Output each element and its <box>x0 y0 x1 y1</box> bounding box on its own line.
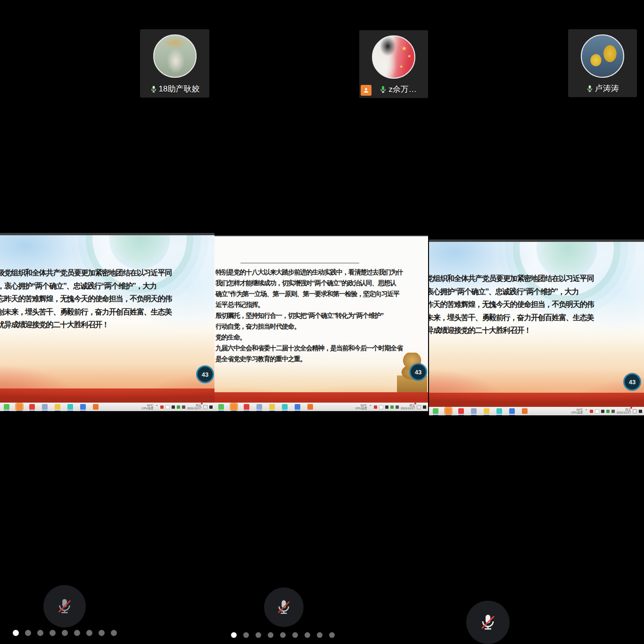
participant-name: z佘万… <box>388 84 417 95</box>
tray-clock: 周五2021/12/17 <box>187 404 201 410</box>
participant-name: 18助产耿姣 <box>159 83 200 94</box>
mute-microphone-button[interactable] <box>466 601 510 644</box>
wechat-icon <box>218 404 224 410</box>
tray-chevron-icon: ⌃ <box>369 405 372 409</box>
avatar <box>581 34 624 78</box>
avatar: ★ ★ ★ <box>372 35 415 79</box>
tray-icon <box>172 405 175 409</box>
wps-writer-icon <box>458 408 464 414</box>
windows-taskbar: 59℃CPU温度 ⌃ 周五2021/12/17 <box>0 403 215 411</box>
wps-office-icon <box>307 404 313 410</box>
tray-icon <box>385 405 388 409</box>
tray-icon <box>595 409 599 413</box>
tray-icon <box>165 405 170 409</box>
slide-red-ribbon <box>429 393 644 407</box>
app-yellow-icon <box>269 404 275 410</box>
tray-icon <box>182 405 185 409</box>
tray-clock: 周五2021/12/17 <box>401 404 415 410</box>
system-tray: 59℃CPU温度 ⌃ 周五2021/12/17 <box>355 404 428 410</box>
browser-icon <box>256 404 262 410</box>
tray-icon <box>590 410 593 413</box>
mic-volume-icon <box>150 85 157 93</box>
floating-badge: 43 <box>623 373 641 391</box>
meeting-app-icon <box>231 404 237 410</box>
system-tray: 59℃CPU温度 ⌃ 周五2021/12/17 <box>571 408 644 414</box>
shared-screen-video[interactable]: 级党组织和全体共产党员要更加紧密地团结在以习近平同 ，衷心拥护“两个确立”、忠诚… <box>0 233 215 411</box>
tray-icon <box>209 405 213 409</box>
tray-chevron-icon: ⌃ <box>155 405 158 409</box>
participant-tile[interactable]: 18助产耿姣 <box>140 29 209 98</box>
slide-red-ribbon <box>215 392 428 403</box>
participant-namebar: 卢涛涛 <box>568 83 637 94</box>
floating-badge: 43 <box>409 363 427 381</box>
page-indicator[interactable] <box>13 630 117 636</box>
wps-writer-icon <box>244 404 249 410</box>
tray-icon <box>601 410 604 413</box>
shared-screen-video[interactable]: 特别是党的十八大以来大踏步前进的生动实践中，看清楚过去我们为什 我们怎样才能继续… <box>215 236 428 411</box>
file-explorer-icon <box>80 404 86 410</box>
tray-icon <box>396 405 399 409</box>
meeting-app-icon <box>446 408 451 414</box>
page-indicator[interactable] <box>231 632 335 638</box>
tray-icon <box>606 410 610 413</box>
shared-screen-video[interactable]: 党组织和全体共产党员要更加紧密地团结在以习近平同 衷心拥护“两个确立”、忠诚践行… <box>429 239 644 415</box>
pane-2: ★ ★ ★ z佘万… 特别是党的十八大以来大踏步前进的生动实践中，看清楚过去我们… <box>215 0 429 644</box>
windows-taskbar: 59℃CPU温度 ⌃ 周五2021/12/17 <box>215 403 428 411</box>
meeting-app-icon <box>17 404 22 410</box>
app-yellow-icon <box>484 408 489 414</box>
tray-icon <box>417 405 421 409</box>
app-teal-icon <box>496 408 502 414</box>
wps-writer-icon <box>29 404 35 410</box>
participant-namebar: z佘万… <box>359 84 428 95</box>
floating-badge: 43 <box>196 365 214 383</box>
browser-icon <box>471 408 477 414</box>
windows-taskbar: 59℃CPU温度 ⌃ 周五2021/12/17 <box>429 407 644 415</box>
tray-icon <box>633 409 637 413</box>
tray-icon <box>203 405 207 409</box>
wechat-icon <box>433 408 438 414</box>
file-explorer-icon <box>295 404 300 410</box>
tray-icon <box>639 410 642 413</box>
mic-volume-icon <box>586 85 594 92</box>
browser-icon <box>42 404 48 410</box>
slide-divider-line <box>240 263 359 264</box>
system-tray: 59℃CPU温度 ⌃ 周五2021/12/17 <box>142 404 215 410</box>
tray-icon <box>379 405 383 409</box>
tray-icon <box>177 405 180 409</box>
mute-microphone-button[interactable] <box>264 587 304 627</box>
slide-text: 级党组织和全体共产党员要更加紧密地团结在以习近平同 ，衷心拥护“两个确立”、忠诚… <box>0 266 195 331</box>
avatar <box>153 34 197 78</box>
tray-icon <box>160 405 164 409</box>
file-explorer-icon <box>509 408 515 414</box>
app-teal-icon <box>282 404 288 410</box>
participant-tile[interactable]: 卢涛涛 <box>568 29 637 97</box>
slide-red-ribbon <box>0 388 215 403</box>
tray-icon <box>390 405 394 409</box>
wechat-icon <box>4 404 9 410</box>
slide-text: 党组织和全体共产党员要更加紧密地团结在以习近平同 衷心拥护“两个确立”、忠诚践行… <box>429 272 624 337</box>
app-teal-icon <box>67 404 73 410</box>
wps-office-icon <box>93 404 99 410</box>
tray-icon <box>423 405 426 409</box>
pane-1: 18助产耿姣 级党组织和全体共产党员要更加紧密地团结在以习近平同 ，衷心拥护“两… <box>0 0 215 644</box>
tray-clock: 周五2021/12/17 <box>617 408 631 414</box>
participant-tile[interactable]: ★ ★ ★ z佘万… <box>359 30 428 98</box>
tray-chevron-icon: ⌃ <box>585 410 588 413</box>
participant-namebar: 18助产耿姣 <box>140 83 209 94</box>
participant-name: 卢涛涛 <box>595 83 619 94</box>
tray-icon <box>611 410 615 413</box>
slide-text: 特别是党的十八大以来大踏步前进的生动实践中，看清楚过去我们为什 我们怎样才能继续… <box>215 267 418 364</box>
wps-office-icon <box>522 408 528 414</box>
mic-volume-icon <box>379 85 387 93</box>
pane-3: 卢涛涛 党组织和全体共产党员要更加紧密地团结在以习近平同 衷心拥护“两个确立”、… <box>429 0 644 644</box>
tray-icon <box>374 405 377 409</box>
app-yellow-icon <box>55 404 60 410</box>
mute-microphone-button[interactable] <box>43 585 86 627</box>
